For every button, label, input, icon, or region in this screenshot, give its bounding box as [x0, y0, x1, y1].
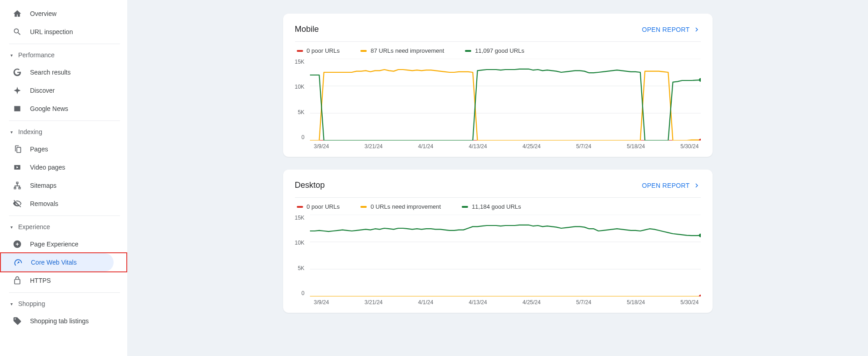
open-report-label: OPEN REPORT [642, 26, 690, 33]
chart-plot-mobile [310, 59, 701, 140]
section-label: Experience [18, 223, 50, 231]
swatch-red [297, 206, 303, 208]
video-icon [13, 163, 22, 172]
x-tick: 4/1/24 [418, 143, 433, 150]
divider [9, 44, 120, 44]
legend-item-good: 11,184 good URLs [462, 203, 521, 210]
x-tick: 5/30/24 [680, 143, 698, 150]
svg-point-5 [699, 139, 701, 140]
open-report-button[interactable]: OPEN REPORT [642, 181, 701, 190]
news-icon [13, 104, 22, 113]
sidebar-item-video-pages[interactable]: Video pages [0, 158, 115, 176]
open-report-button[interactable]: OPEN REPORT [642, 25, 701, 34]
sidebar-item-label: Discover [30, 87, 55, 94]
discover-icon [13, 86, 22, 95]
tag-icon [13, 316, 22, 326]
x-tick: 4/13/24 [469, 143, 487, 150]
speed-icon [14, 258, 23, 267]
x-tick: 4/25/24 [523, 143, 541, 150]
legend-label: 0 poor URLs [307, 47, 340, 54]
x-tick: 5/30/24 [680, 299, 698, 306]
sidebar-item-label: Removals [30, 200, 58, 207]
sidebar-item-sitemaps[interactable]: Sitemaps [0, 176, 115, 195]
google-g-icon [13, 68, 22, 77]
chevron-right-icon [693, 25, 701, 34]
x-tick: 3/9/24 [314, 299, 329, 306]
section-label: Performance [18, 51, 55, 59]
sidebar-item-label: Sitemaps [30, 182, 56, 189]
open-report-label: OPEN REPORT [642, 182, 690, 189]
lock-icon [13, 276, 22, 285]
sidebar-item-shopping-tab[interactable]: Shopping tab listings [0, 312, 115, 330]
x-tick: 5/7/24 [576, 299, 591, 306]
legend-label: 11,097 good URLs [475, 47, 524, 54]
legend-label: 87 URLs need improvement [370, 47, 444, 54]
sidebar-section-experience[interactable]: ▾ Experience [0, 219, 127, 235]
card-title: Desktop [295, 181, 325, 190]
sidebar-item-label: Pages [30, 145, 48, 153]
x-axis: 3/9/24 3/21/24 4/1/24 4/13/24 4/25/24 5/… [295, 140, 701, 150]
divider [9, 120, 120, 121]
caret-down-icon: ▾ [9, 301, 14, 306]
sidebar-item-label: Page Experience [30, 241, 79, 248]
legend-item-need: 0 URLs need improvement [360, 203, 441, 210]
pages-icon [13, 145, 22, 154]
sidebar-item-pages[interactable]: Pages [0, 140, 115, 158]
card-desktop: Desktop OPEN REPORT 0 poor URLs 0 URLs n… [283, 170, 713, 313]
legend: 0 poor URLs 0 URLs need improvement 11,1… [295, 203, 701, 210]
legend-item-need: 87 URLs need improvement [360, 47, 444, 54]
sidebar-item-discover[interactable]: Discover [0, 81, 115, 100]
sidebar-item-url-inspection[interactable]: URL inspection [0, 23, 115, 41]
chart-plot-desktop [310, 215, 701, 296]
sidebar-item-page-experience[interactable]: Page Experience [0, 235, 115, 253]
section-label: Indexing [18, 128, 42, 135]
section-label: Shopping [18, 300, 45, 307]
y-tick: 10K [295, 84, 304, 90]
sidebar-item-core-web-vitals[interactable]: Core Web Vitals [1, 253, 114, 271]
legend-label: 11,184 good URLs [472, 203, 521, 210]
x-tick: 5/18/24 [627, 143, 645, 150]
swatch-green [462, 206, 468, 208]
sidebar-section-performance[interactable]: ▾ Performance [0, 47, 127, 63]
sidebar-item-google-news[interactable]: Google News [0, 100, 115, 118]
swatch-orange [360, 50, 367, 52]
x-tick: 4/13/24 [469, 299, 487, 306]
sidebar-item-search-results[interactable]: Search results [0, 63, 115, 81]
sidebar-item-label: URL inspection [30, 28, 73, 35]
sidebar-item-https[interactable]: HTTPS [0, 271, 115, 290]
y-axis: 15K 10K 5K 0 [295, 215, 306, 296]
highlight-annotation: Core Web Vitals [0, 252, 127, 272]
sidebar-item-removals[interactable]: Removals [0, 195, 115, 213]
x-tick: 4/25/24 [523, 299, 541, 306]
caret-down-icon: ▾ [9, 225, 14, 230]
x-tick: 4/1/24 [418, 299, 433, 306]
circle-plus-icon [13, 240, 22, 249]
x-tick: 3/21/24 [364, 143, 383, 150]
x-tick: 3/9/24 [314, 143, 329, 150]
swatch-green [465, 50, 471, 52]
sitemap-icon [13, 181, 22, 190]
sidebar-item-overview[interactable]: Overview [0, 5, 115, 23]
sidebar-section-shopping[interactable]: ▾ Shopping [0, 296, 127, 312]
legend-label: 0 poor URLs [307, 203, 340, 210]
y-tick: 10K [295, 240, 304, 246]
sidebar-item-label: Google News [30, 105, 68, 112]
sidebar-item-label: Shopping tab listings [30, 317, 89, 325]
legend-item-poor: 0 poor URLs [297, 203, 340, 210]
legend-label: 0 URLs need improvement [370, 203, 441, 210]
y-tick: 15K [295, 215, 304, 221]
sidebar-section-indexing[interactable]: ▾ Indexing [0, 124, 127, 140]
card-title: Mobile [295, 25, 319, 34]
svg-point-10 [699, 234, 701, 237]
sidebar-item-label: HTTPS [30, 277, 51, 284]
search-icon [13, 27, 22, 36]
x-tick: 3/21/24 [364, 299, 383, 306]
y-tick: 5K [295, 265, 304, 271]
divider [9, 216, 120, 216]
sidebar-item-label: Core Web Vitals [31, 259, 77, 266]
y-tick: 0 [295, 134, 304, 140]
x-tick: 5/18/24 [627, 299, 645, 306]
x-axis: 3/9/24 3/21/24 4/1/24 4/13/24 4/25/24 5/… [295, 296, 701, 306]
divider [9, 292, 120, 293]
svg-point-4 [699, 78, 701, 82]
